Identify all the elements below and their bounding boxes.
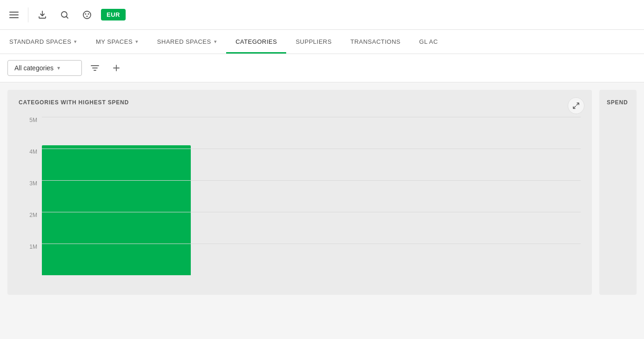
eur-badge[interactable]: EUR <box>101 9 126 20</box>
chart-title: CATEGORIES WITH HIGHEST SPEND <box>19 99 581 106</box>
download-button[interactable] <box>32 5 53 25</box>
bar-chart: 5M 4M 3M 2M 1M <box>19 117 581 275</box>
expand-icon <box>572 102 580 109</box>
y-label-3m: 3M <box>19 180 37 187</box>
y-label-1m: 1M <box>19 244 37 250</box>
chevron-down-icon: ▾ <box>57 65 60 71</box>
nav-tabs: STANDARD SPACES ▾ MY SPACES ▾ SHARED SPA… <box>0 30 644 54</box>
y-label-4m: 4M <box>19 149 37 155</box>
second-chart-title: SPEND <box>607 99 629 106</box>
tab-categories[interactable]: CATEGORIES <box>226 30 286 54</box>
chart-card-categories: CATEGORIES WITH HIGHEST SPEND 5M 4M 3M 2… <box>7 90 592 295</box>
tab-suppliers[interactable]: SUPPLIERS <box>286 30 341 54</box>
svg-point-5 <box>85 13 87 14</box>
second-chart-card: SPEND <box>599 90 637 295</box>
chevron-down-icon: ▾ <box>214 39 217 45</box>
chevron-down-icon: ▾ <box>135 39 139 45</box>
y-label-5m: 5M <box>19 117 37 123</box>
search-button[interactable] <box>54 5 75 25</box>
toolbar: EUR <box>0 0 644 30</box>
filter-icon <box>90 63 100 73</box>
svg-rect-1 <box>9 14 19 15</box>
tab-my-spaces[interactable]: MY SPACES ▾ <box>87 30 148 54</box>
tab-standard-spaces[interactable]: STANDARD SPACES ▾ <box>0 30 87 54</box>
bar-item-1[interactable] <box>42 145 191 275</box>
tab-transactions[interactable]: TRANSACTIONS <box>341 30 410 54</box>
chevron-down-icon: ▾ <box>74 39 77 45</box>
svg-point-6 <box>88 13 89 14</box>
menu-icon <box>9 10 19 20</box>
filter-bar: All categories ▾ <box>0 54 644 82</box>
tab-gl-ac[interactable]: GL AC <box>410 30 447 54</box>
category-select[interactable]: All categories ▾ <box>7 60 82 76</box>
search-icon <box>60 10 69 20</box>
svg-point-4 <box>83 11 91 19</box>
svg-rect-2 <box>9 17 19 18</box>
menu-button[interactable] <box>4 5 24 25</box>
palette-icon <box>82 10 92 20</box>
download-icon <box>38 10 47 20</box>
plus-icon <box>112 63 121 73</box>
tab-shared-spaces[interactable]: SHARED SPACES ▾ <box>148 30 227 54</box>
svg-point-7 <box>87 15 88 17</box>
y-label-2m: 2M <box>19 212 37 218</box>
toolbar-divider-1 <box>28 7 28 22</box>
y-axis: 5M 4M 3M 2M 1M <box>19 117 37 275</box>
main-content: CATEGORIES WITH HIGHEST SPEND 5M 4M 3M 2… <box>0 82 644 302</box>
palette-button[interactable] <box>77 5 97 25</box>
add-button[interactable] <box>108 60 125 76</box>
bars-container <box>42 117 581 275</box>
expand-button[interactable] <box>568 97 584 114</box>
svg-rect-0 <box>9 12 19 13</box>
filter-button[interactable] <box>87 60 103 76</box>
